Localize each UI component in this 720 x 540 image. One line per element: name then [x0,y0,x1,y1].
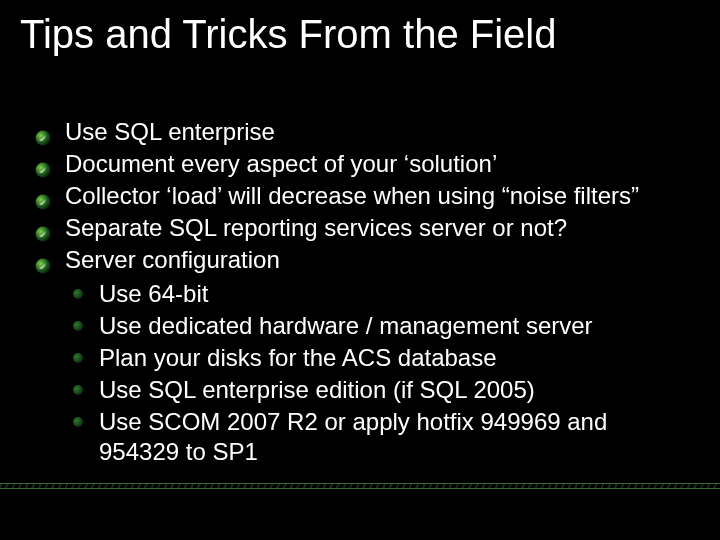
list-item: Plan your disks for the ACS database [73,343,680,373]
list-item: Use SQL enterprise edition (if SQL 2005) [73,375,680,405]
list-item-text: Use 64-bit [99,280,208,307]
list-item: Use SQL enterprise [35,117,680,147]
list-item-text: Use SQL enterprise edition (if SQL 2005) [99,376,535,403]
list-item: Use 64-bit [73,279,680,309]
slide-body: Use SQL enterprise Document every aspect… [35,115,680,469]
list-item-text: Collector ‘load’ will decrease when usin… [65,182,639,209]
dot-bullet-icon [73,385,83,395]
slide: Tips and Tricks From the Field [0,0,720,540]
list-item-text: Server configuration [65,246,280,273]
list-item: Server configuration Use 64-bit Use dedi… [35,245,680,467]
bullet-list: Use SQL enterprise Document every aspect… [35,117,680,467]
list-item: Use SCOM 2007 R2 or apply hotfix 949969 … [73,407,680,467]
list-item-text: Separate SQL reporting services server o… [65,214,567,241]
dot-bullet-icon [73,417,83,427]
slide-title: Tips and Tricks From the Field [20,12,556,56]
list-item-text: Document every aspect of your ‘solution’ [65,150,497,177]
dot-bullet-icon [73,353,83,363]
sub-bullet-list: Use 64-bit Use dedicated hardware / mana… [73,279,680,467]
leaf-bullet-icon [35,251,51,281]
list-item-text: Use SCOM 2007 R2 or apply hotfix 949969 … [99,408,607,465]
list-item-text: Use dedicated hardware / management serv… [99,312,593,339]
dot-bullet-icon [73,321,83,331]
list-item: Document every aspect of your ‘solution’ [35,149,680,179]
divider-bar [0,482,720,490]
dot-bullet-icon [73,289,83,299]
list-item: Collector ‘load’ will decrease when usin… [35,181,680,211]
list-item: Separate SQL reporting services server o… [35,213,680,243]
list-item-text: Use SQL enterprise [65,118,275,145]
list-item: Use dedicated hardware / management serv… [73,311,680,341]
list-item-text: Plan your disks for the ACS database [99,344,497,371]
